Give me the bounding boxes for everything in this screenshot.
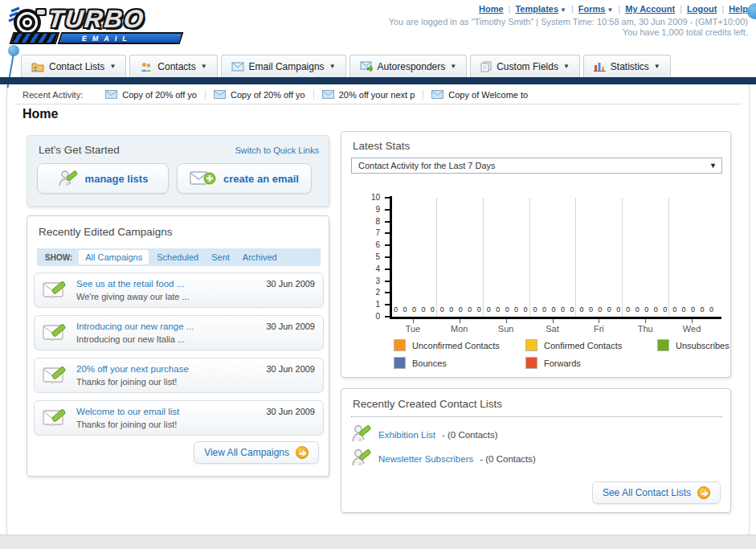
page-title: Home bbox=[22, 107, 58, 121]
get-started-panel: Let's Get Started Switch to Quick Links … bbox=[27, 135, 329, 207]
campaign-date: 30 Jun 2009 bbox=[266, 322, 315, 331]
legend-item: Unsubscribes bbox=[657, 339, 729, 351]
recent-activity-item[interactable]: 20% off your next p bbox=[313, 90, 423, 100]
turbo-email-logo[interactable]: TURBO EMAIL bbox=[6, 3, 207, 50]
contact-activity-chart: 01234567891000000Tue00000Mon00000Sun0000… bbox=[351, 188, 722, 338]
chevron-down-icon: ▼ bbox=[450, 63, 456, 70]
x-axis-tick bbox=[692, 319, 693, 323]
create-an-email-button[interactable]: create an email bbox=[177, 163, 312, 194]
tab-statistics[interactable]: Statistics▼ bbox=[583, 55, 671, 77]
data-value-label: 0 bbox=[412, 305, 416, 313]
recently-created-contact-lists-panel: Recently Created Contact Lists Exhibitio… bbox=[341, 388, 731, 513]
contact-list-detail: - (0 Contacts) bbox=[480, 454, 536, 464]
recent-activity-item-label: Copy of Welcome to bbox=[448, 90, 528, 100]
data-value-label: 0 bbox=[394, 305, 398, 313]
switch-to-quick-links[interactable]: Switch to Quick Links bbox=[235, 145, 319, 155]
tab-contact-lists[interactable]: Contact Lists▼ bbox=[21, 55, 126, 77]
data-value-label: 0 bbox=[654, 305, 658, 313]
logo-email-bar: EMAIL bbox=[58, 32, 184, 44]
campaign-filter-scheduled[interactable]: Scheduled bbox=[157, 252, 198, 262]
data-value-label: 0 bbox=[626, 305, 630, 313]
x-axis bbox=[390, 317, 721, 319]
contact-list-item[interactable]: Newsletter Subscribers- (0 Contacts) bbox=[351, 447, 536, 471]
tab-autoresponders[interactable]: Autoresponders▼ bbox=[349, 55, 468, 77]
nav-templates-link[interactable]: Templates bbox=[515, 4, 558, 14]
nav-home-link[interactable]: Home bbox=[479, 4, 504, 14]
legend-label: Unsubscribes bbox=[676, 341, 729, 350]
campaign-row[interactable]: Introducing our new range ...Introducing… bbox=[34, 315, 324, 350]
tab-contacts[interactable]: Contacts▼ bbox=[129, 55, 217, 77]
stats-period-select[interactable]: Contact Activity for the Last 7 Days ▼ bbox=[351, 158, 722, 174]
legend-label: Confirmed Contacts bbox=[544, 341, 622, 350]
contact-list-item[interactable]: Exhibition List- (0 Contacts) bbox=[351, 423, 536, 447]
nav-my-account-link[interactable]: My Account bbox=[625, 4, 675, 14]
campaigns-title: Recently Edited Campaigns bbox=[39, 226, 173, 238]
campaign-filter-all-campaigns[interactable]: All Campaigns bbox=[79, 250, 149, 264]
data-value-label: 0 bbox=[440, 305, 444, 313]
campaign-subtitle: Thanks for joining our list! bbox=[76, 377, 177, 387]
data-value-label: 0 bbox=[644, 305, 648, 313]
chevron-down-icon: ▼ bbox=[654, 63, 660, 70]
recent-activity-item[interactable]: Copy of 20% off yo bbox=[205, 90, 313, 100]
data-value-label: 0 bbox=[672, 305, 676, 313]
x-axis-tick-label: Sun bbox=[486, 324, 526, 334]
gridline bbox=[483, 198, 484, 317]
chevron-down-icon: ▼ bbox=[709, 162, 717, 170]
nav-forms-link[interactable]: Forms bbox=[578, 4, 606, 14]
data-value-label: 0 bbox=[691, 305, 695, 313]
data-value-label: 0 bbox=[524, 305, 528, 313]
y-axis-tick-label: 1 bbox=[358, 300, 380, 309]
envelope-icon bbox=[431, 90, 443, 99]
x-axis-tick bbox=[645, 319, 646, 323]
autoresponder-envelope-arrow-icon bbox=[360, 61, 373, 72]
campaign-title-link[interactable]: Introducing our new range ... bbox=[76, 322, 194, 331]
campaign-title-link[interactable]: Welcome to our email list bbox=[76, 407, 179, 416]
recent-activity-item[interactable]: Copy of 20% off yo bbox=[97, 90, 205, 100]
nav-help-link[interactable]: Help bbox=[729, 4, 748, 14]
legend-label: Bounces bbox=[412, 358, 447, 368]
campaign-title-link[interactable]: 20% off your next purchase bbox=[76, 364, 189, 374]
envelope-plus-icon bbox=[190, 170, 217, 187]
data-value-label: 0 bbox=[589, 305, 593, 313]
data-value-label: 0 bbox=[542, 305, 546, 313]
gridline bbox=[436, 198, 437, 317]
help-bubble-icon[interactable] bbox=[747, 3, 756, 19]
recent-activity-item-label: Copy of 20% off yo bbox=[122, 90, 197, 100]
page-left-border bbox=[6, 84, 7, 535]
envelope-pencil-icon bbox=[43, 408, 68, 429]
logo-text-turbo: TURBO bbox=[47, 5, 146, 34]
y-axis-tick-label: 2 bbox=[358, 288, 380, 297]
x-axis-tick-label: Fri bbox=[578, 324, 619, 334]
campaign-row[interactable]: See us at the retail food ...We're givin… bbox=[34, 272, 324, 308]
campaign-date: 30 Jun 2009 bbox=[266, 279, 315, 289]
show-label: SHOW: bbox=[45, 253, 72, 262]
nav-logout-link[interactable]: Logout bbox=[687, 4, 717, 14]
tab-email-campaigns[interactable]: Email Campaigns▼ bbox=[221, 55, 346, 77]
envelope-pencil-icon bbox=[43, 322, 68, 344]
y-axis-tick-label: 0 bbox=[358, 312, 380, 321]
y-axis-tick-label: 4 bbox=[358, 264, 380, 273]
data-value-label: 0 bbox=[598, 305, 602, 313]
arrow-right-icon bbox=[697, 486, 710, 499]
data-value-label: 0 bbox=[635, 305, 640, 313]
see-all-contact-lists-button[interactable]: See All Contact Lists bbox=[592, 481, 721, 504]
campaign-filter-sent[interactable]: Sent bbox=[211, 252, 230, 262]
x-axis-tick bbox=[553, 319, 554, 323]
tab-custom-fields[interactable]: Custom Fields▼ bbox=[470, 55, 580, 77]
campaign-filter-archived[interactable]: Archived bbox=[243, 252, 277, 262]
campaign-row[interactable]: Welcome to our email listThanks for join… bbox=[34, 400, 324, 436]
campaign-subtitle: Thanks for joining our list! bbox=[76, 420, 177, 429]
contact-list-name-link[interactable]: Newsletter Subscribers bbox=[378, 454, 473, 464]
y-axis bbox=[390, 196, 392, 319]
data-value-label: 0 bbox=[579, 305, 583, 313]
contact-list-name-link[interactable]: Exhibition List bbox=[378, 430, 435, 440]
recent-activity-item[interactable]: Copy of Welcome to bbox=[423, 90, 536, 100]
chevron-down-icon: ▼ bbox=[201, 63, 207, 70]
manage-lists-button[interactable]: manage lists bbox=[37, 163, 169, 194]
email-envelope-icon bbox=[231, 62, 244, 72]
campaign-title-link[interactable]: See us at the retail food ... bbox=[76, 279, 184, 289]
campaign-row[interactable]: 20% off your next purchaseThanks for joi… bbox=[34, 358, 324, 393]
data-value-label: 0 bbox=[709, 305, 713, 313]
view-all-campaigns-button[interactable]: View All Campaigns bbox=[194, 441, 319, 464]
custom-fields-pages-icon bbox=[480, 61, 492, 72]
